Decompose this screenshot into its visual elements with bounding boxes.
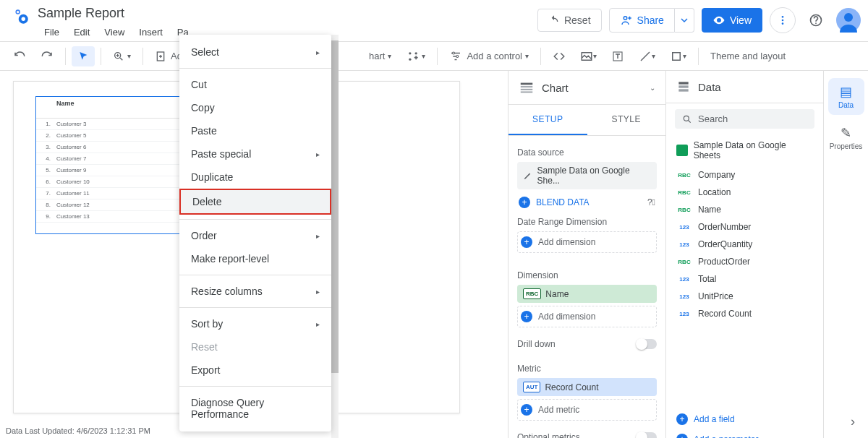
data-panel: Data Search Sample Data on Google Sheets…	[665, 71, 823, 438]
more-options-button[interactable]	[770, 7, 796, 33]
add-parameter-link[interactable]: + Add a parameter	[675, 429, 814, 438]
ctx-delete[interactable]: Delete	[179, 189, 331, 215]
field-total[interactable]: 123Total	[675, 270, 814, 288]
plus-icon: +	[521, 404, 532, 416]
add-metric[interactable]: + Add metric	[517, 399, 657, 421]
plus-icon: +	[676, 434, 688, 438]
svg-rect-22	[521, 83, 533, 85]
svg-point-4	[624, 17, 627, 20]
plus-icon: +	[519, 197, 530, 208]
chevron-down-icon	[681, 17, 688, 24]
svg-point-8	[782, 22, 784, 25]
pencil-icon	[523, 171, 533, 181]
select-tool[interactable]	[72, 46, 95, 66]
menu-insert[interactable]: Insert	[132, 24, 169, 40]
toggle-switch[interactable]	[637, 339, 657, 349]
header-actions: Reset Share View	[537, 4, 861, 33]
menu-edit[interactable]: Edit	[67, 24, 96, 40]
shape-icon	[670, 50, 683, 63]
line-button[interactable]: ▾	[633, 46, 661, 67]
doc-title[interactable]: Sample Report	[38, 4, 537, 22]
community-viz-button[interactable]: ▾	[400, 45, 431, 68]
ctx-make-report-level[interactable]: Make report-level	[179, 247, 331, 270]
embed-button[interactable]	[547, 46, 571, 67]
share-dropdown[interactable]	[675, 8, 694, 33]
add-chart-button[interactable]: hart▾	[363, 46, 397, 66]
text-button[interactable]	[605, 46, 630, 67]
right-rail: ▤ Data ✎ Properties	[823, 71, 868, 438]
drill-down-toggle[interactable]: Drill down	[517, 333, 657, 355]
tab-setup[interactable]: SETUP	[509, 105, 587, 135]
optional-metrics-toggle[interactable]: Optional metrics	[517, 426, 657, 438]
ctx-copy[interactable]: Copy	[179, 96, 331, 119]
add-dimension[interactable]: + Add dimension	[517, 306, 657, 327]
blend-data-link[interactable]: + BLEND DATA ?⃝	[517, 192, 657, 212]
field-record count[interactable]: 123Record Count	[675, 305, 814, 322]
add-control-button[interactable]: Add a control▾	[443, 46, 535, 67]
field-ordernumber[interactable]: 123OrderNumber	[675, 218, 814, 236]
field-name[interactable]: RBCName	[675, 201, 814, 218]
field-orderquantity[interactable]: 123OrderQuantity	[675, 236, 814, 253]
tab-style[interactable]: STYLE	[587, 105, 666, 135]
table-icon	[519, 80, 535, 95]
user-avatar[interactable]	[836, 8, 861, 33]
context-scrollbar[interactable]	[331, 35, 339, 438]
svg-point-11	[844, 13, 853, 22]
help-icon[interactable]: ?⃝	[647, 197, 655, 207]
svg-point-6	[782, 16, 784, 18]
search-input[interactable]: Search	[675, 109, 814, 129]
dimension-chip[interactable]: RBC Name	[517, 285, 657, 303]
main-area: Name Record Count ▾ 1.Customer 32.Custom…	[0, 71, 868, 438]
view-button[interactable]: View	[702, 8, 762, 33]
help-button[interactable]	[803, 7, 829, 33]
add-date-dimension[interactable]: + Add dimension	[517, 231, 657, 253]
data-source-chip[interactable]: Sample Data on Google She...	[517, 162, 657, 189]
chevron-down-icon[interactable]: ⌄	[650, 84, 655, 92]
chart-tabs: SETUP STYLE	[509, 105, 665, 136]
add-page-icon	[155, 51, 166, 62]
ctx-resize-columns[interactable]: Resize columns▸	[179, 280, 331, 303]
zoom-tool[interactable]: ▾	[107, 46, 137, 66]
redo-icon	[41, 50, 54, 63]
chart-panel: Chart ⌄ SETUP STYLE Data source Sample D…	[508, 71, 665, 438]
ctx-paste[interactable]: Paste	[179, 119, 331, 142]
ctx-select[interactable]: Select▸	[179, 40, 331, 64]
person-add-icon	[620, 14, 633, 27]
rail-properties-button[interactable]: ✎ Properties	[828, 119, 864, 156]
ctx-sort-by[interactable]: Sort by▸	[179, 312, 331, 335]
ctx-cut[interactable]: Cut	[179, 73, 331, 96]
reset-button[interactable]: Reset	[537, 9, 602, 32]
svg-rect-26	[678, 82, 688, 84]
image-button[interactable]: ▾	[574, 46, 603, 67]
sheets-icon	[676, 145, 688, 156]
ctx-duplicate[interactable]: Duplicate	[179, 166, 331, 189]
menu-file[interactable]: File	[38, 24, 66, 40]
undo-button[interactable]	[7, 46, 32, 67]
metric-chip[interactable]: AUT Record Count	[517, 378, 657, 396]
ctx-paste-special[interactable]: Paste special▸	[179, 142, 331, 166]
looker-studio-icon	[12, 7, 30, 26]
theme-button[interactable]: Theme and layout	[705, 46, 791, 66]
field-location[interactable]: RBCLocation	[675, 184, 814, 201]
menu-view[interactable]: View	[98, 24, 131, 40]
toggle-switch[interactable]	[637, 432, 657, 438]
data-source-row[interactable]: Sample Data on Google Sheets	[675, 134, 814, 166]
share-button[interactable]: Share	[609, 8, 675, 33]
field-unitprice[interactable]: 123UnitPrice	[675, 288, 814, 305]
expand-rail-button[interactable]: ›	[851, 414, 855, 429]
ctx-diagnose-query-performance[interactable]: Diagnose Query Performance	[179, 391, 331, 426]
image-icon	[580, 50, 593, 63]
chart-panel-title: Chart	[542, 82, 642, 94]
svg-point-14	[409, 52, 412, 54]
rail-data-button[interactable]: ▤ Data	[828, 78, 864, 115]
svg-rect-23	[521, 86, 533, 87]
ctx-export[interactable]: Export	[179, 358, 331, 382]
pencil-icon: ✎	[828, 125, 864, 141]
field-company[interactable]: RBCCompany	[675, 166, 814, 184]
redo-button[interactable]	[35, 46, 59, 67]
shape-button[interactable]: ▾	[664, 46, 692, 67]
ctx-reset: Reset	[179, 335, 331, 358]
ctx-order[interactable]: Order▸	[179, 224, 331, 247]
add-field-link[interactable]: + Add a field	[675, 409, 814, 429]
field-productorder[interactable]: RBCProductOrder	[675, 253, 814, 270]
